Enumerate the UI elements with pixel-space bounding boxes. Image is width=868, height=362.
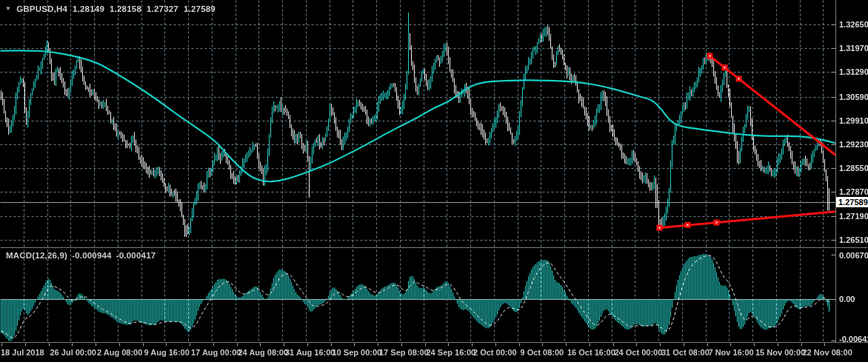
- chart-plot-canvas[interactable]: [0, 0, 868, 362]
- macd-axis-label: 0.00: [839, 294, 855, 304]
- macd-indicator-label: MACD(12,26,9): [6, 251, 67, 260]
- price-axis-label: 1.32650: [839, 19, 868, 30]
- time-axis-label: 31 Oct 08:00: [661, 348, 710, 358]
- price-axis-label: 1.28550: [839, 163, 868, 173]
- macd-indicator-header: MACD(12,26,9) -0.000944 -0.000417: [6, 251, 156, 260]
- price-axis-label: 1.30590: [839, 92, 868, 102]
- symbol-timeframe-label: GBPUSD,H4: [16, 4, 67, 13]
- time-axis-label: 9 Oct 08:00: [521, 348, 564, 358]
- ohlc-high-value: 1.28158: [110, 4, 141, 13]
- time-axis-label: 17 Sep 08:00: [379, 348, 429, 358]
- price-axis-label: 1.31290: [839, 67, 868, 77]
- time-axis-label: 26 Jul 00:00: [50, 348, 96, 358]
- time-axis-label: 2 Aug 08:00: [97, 348, 142, 358]
- time-axis-label: 24 Oct 00:00: [615, 348, 663, 358]
- ohlc-close-value: 1.27589: [184, 4, 216, 13]
- time-axis-label: 2 Oct 00:00: [473, 348, 517, 358]
- current-price-tag: 1.27589: [836, 197, 868, 207]
- price-axis-label: 1.29230: [839, 139, 868, 150]
- price-axis-label: 1.26510: [839, 235, 868, 245]
- symbol-dropdown-icon[interactable]: ▼: [5, 4, 11, 13]
- time-axis-label: 15 Nov 00:00: [755, 348, 805, 358]
- chart-window: ▼ GBPUSD,H4 1.28149 1.28158 1.27327 1.27…: [0, 0, 868, 362]
- price-axis-label: 1.27870: [839, 187, 868, 197]
- time-axis-label: 24 Sep 16:00: [427, 348, 476, 358]
- time-axis-label: 9 Aug 16:00: [144, 348, 190, 358]
- time-axis-label: 10 Sep 00:00: [333, 348, 382, 358]
- ohlc-low-value: 1.27327: [147, 4, 178, 13]
- price-axis-label: 1.27190: [839, 211, 868, 221]
- price-axis-label: 1.29910: [839, 115, 868, 126]
- time-axis-label: 24 Aug 08:00: [238, 348, 288, 358]
- macd-axis-label: 0.006705: [839, 250, 868, 261]
- ohlc-header: ▼ GBPUSD,H4 1.28149 1.28158 1.27327 1.27…: [5, 4, 216, 13]
- macd-main-value: -0.000944: [72, 251, 112, 260]
- macd-axis-label: -0.006411: [839, 334, 868, 344]
- time-axis-label: 17 Aug 00:00: [191, 348, 241, 358]
- time-axis-label: 16 Oct 16:00: [567, 348, 615, 358]
- time-axis-label: 18 Jul 2018: [1, 348, 44, 358]
- time-axis-label: 31 Aug 16:00: [285, 348, 335, 358]
- time-axis-label: 22 Nov 08:00: [803, 348, 852, 358]
- time-axis-label: 7 Nov 16:00: [709, 348, 754, 358]
- macd-signal-value: -0.000417: [116, 251, 156, 260]
- ohlc-open-value: 1.28149: [73, 4, 104, 13]
- price-axis-label: 1.31970: [839, 43, 868, 53]
